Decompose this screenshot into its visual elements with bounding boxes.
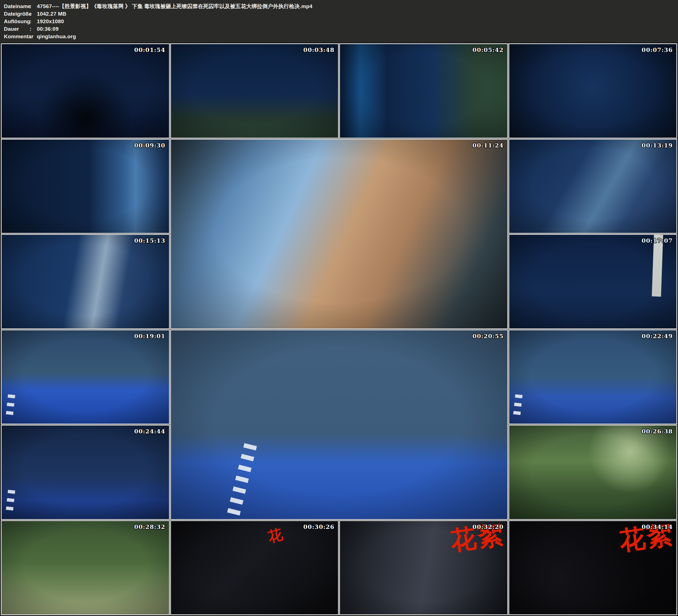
- filename-value: 47567----【胜景影视】《毒玫瑰落网 》 下集 毒玫瑰被砸上死镣囚禁在死囚…: [37, 2, 312, 10]
- timestamp-overlay: 00:22:49: [642, 333, 673, 340]
- video-thumbnail: 00:15:13: [1, 234, 170, 329]
- video-thumbnail: 花絮 00:32:20: [339, 520, 508, 615]
- video-thumbnail: 00:20:55: [170, 330, 508, 520]
- thumbnail-image-placeholder: [509, 44, 677, 138]
- timestamp-overlay: 00:03:48: [303, 46, 334, 53]
- thumbnail-image-placeholder: [340, 44, 507, 138]
- meta-row-filename: Dateiname : 47567----【胜景影视】《毒玫瑰落网 》 下集 毒…: [4, 2, 678, 10]
- meta-row-comment: Kommentar : qinglanhua.org: [4, 33, 678, 40]
- timestamp-overlay: 00:20:55: [473, 333, 503, 340]
- timestamp-overlay: 00:28:32: [134, 523, 165, 530]
- meta-separator: :: [30, 25, 37, 33]
- video-thumbnail: 00:19:01: [1, 330, 170, 425]
- timestamp-overlay: 00:05:42: [473, 46, 503, 53]
- comment-value: qinglanhua.org: [37, 33, 76, 40]
- video-thumbnail: 00:28:32: [1, 520, 170, 615]
- timestamp-overlay: 00:19:01: [134, 333, 165, 340]
- meta-row-filesize: Dateigröße : 1042.27 MB: [4, 10, 678, 17]
- video-thumbnail: 00:26:38: [509, 425, 677, 520]
- thumbnail-image-placeholder: [509, 235, 677, 329]
- meta-row-resolution: Auflösung : 1920x1080: [4, 17, 678, 25]
- meta-separator: :: [30, 10, 37, 17]
- video-thumbnail: 花 00:30:26: [170, 520, 339, 615]
- video-thumbnail: 00:09:30: [1, 139, 170, 234]
- meta-label: Kommentar: [4, 33, 30, 40]
- meta-label: Auflösung: [4, 17, 30, 25]
- thumbnail-image-placeholder: [171, 330, 507, 519]
- thumbnail-image-placeholder: [509, 140, 677, 233]
- meta-label: Dateigröße: [4, 10, 30, 17]
- thumbnail-image-placeholder: [2, 426, 169, 519]
- meta-separator: :: [30, 2, 37, 10]
- thumbnail-image-placeholder: [509, 330, 677, 424]
- video-thumbnail: 00:01:54: [1, 43, 170, 139]
- video-thumbnail: 00:24:44: [1, 425, 170, 520]
- timestamp-overlay: 00:30:26: [303, 523, 334, 530]
- timestamp-overlay: 00:17:07: [642, 237, 673, 244]
- meta-separator: :: [30, 33, 37, 40]
- filesize-value: 1042.27 MB: [37, 10, 67, 17]
- thumbnail-image-placeholder: [171, 44, 338, 138]
- timestamp-overlay: 00:32:20: [473, 523, 503, 530]
- bed-stripes-left: [5, 490, 15, 515]
- thumbnail-image-placeholder: [2, 521, 169, 615]
- thumbnail-image-placeholder: [509, 426, 677, 519]
- thumbnail-image-placeholder: [2, 235, 169, 329]
- meta-separator: :: [30, 17, 37, 25]
- resolution-value: 1920x1080: [37, 17, 64, 25]
- duration-value: 00:36:09: [37, 25, 59, 33]
- meta-label: Dauer: [4, 25, 30, 33]
- video-thumbnail: 00:11:24: [170, 139, 508, 329]
- timestamp-overlay: 00:11:24: [473, 142, 503, 149]
- video-thumbnail: 00:03:48: [170, 43, 339, 139]
- bed-stripes-left: [5, 394, 15, 419]
- timestamp-overlay: 00:24:44: [134, 428, 165, 435]
- meta-row-duration: Dauer : 00:36:09: [4, 25, 678, 33]
- timestamp-overlay: 00:13:19: [642, 142, 673, 149]
- timestamp-overlay: 00:09:30: [134, 142, 165, 149]
- timestamp-overlay: 00:15:13: [134, 237, 165, 244]
- timestamp-overlay: 00:26:38: [642, 428, 673, 435]
- video-thumbnail: 00:13:19: [509, 139, 677, 234]
- video-thumbnail: 00:17:07: [509, 234, 677, 329]
- thumbnail-image-placeholder: [2, 140, 169, 233]
- thumbnail-grid: 00:01:54 00:03:48 00:05:42 00:07:36 00:0…: [0, 42, 678, 616]
- thumbnail-image-placeholder: [171, 521, 338, 615]
- video-thumbnail: 00:05:42: [339, 43, 508, 139]
- bed-stripes-center: [225, 443, 257, 520]
- thumbnail-image-placeholder: [2, 44, 169, 138]
- thumbnail-image-placeholder: [171, 140, 507, 329]
- timestamp-overlay: 00:34:14: [642, 523, 673, 530]
- file-info-header: Dateiname : 47567----【胜景影视】《毒玫瑰落网 》 下集 毒…: [0, 0, 678, 42]
- thumbnail-image-placeholder: [2, 330, 169, 424]
- video-thumbnail: 花絮 00:34:14: [509, 520, 677, 615]
- meta-label: Dateiname: [4, 2, 30, 10]
- video-thumbnail: 00:22:49: [509, 330, 677, 425]
- timestamp-overlay: 00:01:54: [134, 46, 165, 53]
- timestamp-overlay: 00:07:36: [642, 46, 673, 53]
- bed-stripes-left: [513, 394, 523, 419]
- video-thumbnail: 00:07:36: [509, 43, 677, 139]
